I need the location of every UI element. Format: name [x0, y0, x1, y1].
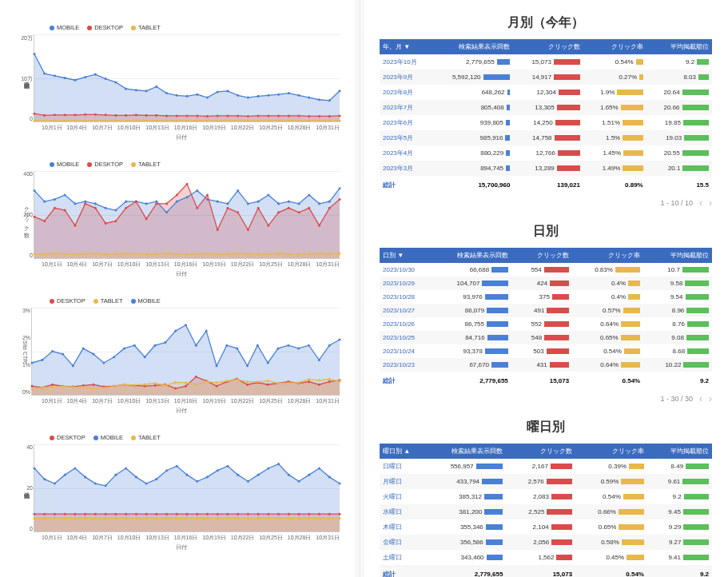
- svg-point-216: [339, 338, 341, 340]
- svg-point-119: [298, 202, 300, 205]
- svg-point-238: [246, 384, 249, 386]
- table-row[interactable]: 2023年8月 648,262 12,304 1.9% 20.64: [380, 85, 712, 100]
- svg-point-340: [339, 513, 341, 515]
- table-row[interactable]: 土曜日 343,460 1,562 0.45% 9.41: [380, 550, 712, 565]
- svg-point-267: [225, 380, 228, 382]
- svg-point-273: [287, 382, 289, 384]
- col-header[interactable]: 平均掲載順位: [643, 248, 712, 263]
- svg-point-294: [186, 474, 189, 476]
- svg-point-28: [318, 98, 320, 101]
- table-row[interactable]: 火曜日 385,312 2,083 0.54% 9.2: [380, 489, 712, 504]
- svg-point-309: [339, 483, 341, 485]
- svg-point-11: [145, 90, 148, 92]
- svg-point-250: [51, 386, 54, 388]
- col-header[interactable]: クリック数: [511, 248, 572, 263]
- table-row[interactable]: 2023年9月 5,592,120 14,917 0.27% 8.03: [380, 70, 712, 85]
- col-header[interactable]: 年、月 ▼: [380, 39, 432, 54]
- col-header[interactable]: 検索結果表示回数: [432, 39, 514, 54]
- svg-point-32: [43, 114, 46, 117]
- svg-point-321: [145, 513, 148, 515]
- table-row[interactable]: 2023年6月 939,805 14,250 1.51% 19.85: [380, 115, 712, 130]
- col-header[interactable]: 検索結果表示回数: [426, 444, 507, 459]
- table-row[interactable]: 2023/10/29 104,707 424 0.4% 9.58: [380, 277, 712, 290]
- svg-point-252: [72, 386, 74, 388]
- svg-point-81: [226, 119, 229, 121]
- svg-point-356: [186, 517, 189, 519]
- svg-point-84: [257, 119, 260, 121]
- chart-position: DESKTOPMOBILETABLET 平均掲載順位40200 10月1日10月…: [22, 434, 340, 551]
- chart-impressions: MOBILEDESKTOPTABLET 検索結果表示回数20万10万0 10月1…: [22, 24, 340, 141]
- svg-point-315: [84, 513, 86, 515]
- svg-point-284: [84, 476, 86, 478]
- col-header[interactable]: 曜日別 ▲: [380, 444, 426, 459]
- svg-point-16: [196, 94, 198, 96]
- totals-row: 総計2,779,65515,0730.54%9.2: [380, 372, 712, 388]
- next-page-icon[interactable]: ›: [709, 197, 712, 209]
- col-header[interactable]: 平均掲載順位: [647, 444, 712, 459]
- table-row[interactable]: 2023年5月 985,916 14,758 1.5% 19.03: [380, 130, 712, 145]
- svg-point-184: [328, 253, 331, 255]
- svg-point-117: [277, 202, 280, 205]
- col-header[interactable]: クリック数: [506, 444, 575, 459]
- table-row[interactable]: 2023/10/27 86,079 491 0.57% 8.96: [380, 304, 712, 317]
- table-row[interactable]: 2023年10月 2,779,655 15,073 0.54% 9.2: [380, 54, 712, 70]
- col-header[interactable]: 日別 ▼: [380, 248, 432, 263]
- next-page-icon[interactable]: ›: [709, 393, 712, 404]
- svg-point-116: [267, 193, 269, 196]
- svg-point-183: [318, 252, 320, 254]
- svg-point-297: [217, 469, 219, 472]
- svg-point-37: [94, 113, 97, 116]
- table-row[interactable]: 2023/10/28 93,976 375 0.4% 9.54: [380, 290, 712, 304]
- svg-point-9: [125, 88, 127, 90]
- svg-point-333: [267, 513, 269, 515]
- svg-point-120: [308, 193, 310, 196]
- svg-point-102: [125, 201, 127, 203]
- svg-point-275: [308, 378, 310, 380]
- col-header[interactable]: 平均掲載順位: [646, 39, 712, 54]
- prev-page-icon[interactable]: ‹: [699, 197, 702, 209]
- table-row[interactable]: 2023/10/26 86,755 552 0.64% 8.76: [380, 317, 712, 331]
- svg-point-301: [257, 474, 260, 476]
- table-row[interactable]: 水曜日 381,200 2,525 0.66% 9.45: [380, 504, 712, 519]
- table-row[interactable]: 2023年3月 894,745 13,289 1.49% 20.1: [380, 161, 712, 176]
- totals-row: 総計15,700,960139,0210.89%15.5: [380, 176, 712, 193]
- svg-point-23: [267, 94, 269, 97]
- col-header[interactable]: クリック率: [572, 248, 643, 263]
- prev-page-icon[interactable]: ‹: [699, 393, 702, 404]
- col-header[interactable]: 検索結果表示回数: [432, 248, 511, 263]
- table-row[interactable]: 月曜日 433,794 2,576 0.59% 9.61: [380, 474, 712, 489]
- svg-point-200: [174, 330, 177, 332]
- svg-point-346: [84, 517, 86, 519]
- table-row[interactable]: 2023/10/23 67,670 431 0.64% 10.22: [380, 358, 712, 372]
- svg-point-154: [339, 198, 341, 201]
- col-header[interactable]: クリック数: [513, 39, 583, 54]
- table-row[interactable]: 金曜日 356,586 2,056 0.58% 9.27: [380, 535, 712, 550]
- table-row[interactable]: 木曜日 355,346 2,104 0.65% 9.29: [380, 519, 712, 535]
- table-row[interactable]: 2023年7月 805,408 13,305 1.65% 20.66: [380, 100, 712, 115]
- svg-point-354: [165, 517, 168, 519]
- svg-point-212: [297, 347, 300, 349]
- svg-point-176: [247, 253, 249, 255]
- svg-point-265: [205, 380, 208, 383]
- svg-point-35: [74, 113, 76, 116]
- table-row[interactable]: 日曜日 556,957 2,167 0.39% 8.49: [380, 459, 712, 474]
- svg-point-336: [298, 513, 300, 515]
- svg-point-12: [155, 86, 157, 88]
- svg-point-136: [155, 202, 157, 205]
- svg-point-276: [318, 379, 320, 381]
- svg-point-8: [114, 81, 117, 83]
- svg-point-349: [114, 517, 117, 519]
- table-row[interactable]: 2023/10/30 66,688 554 0.83% 10.7: [380, 263, 712, 277]
- svg-point-61: [339, 114, 341, 117]
- table-row[interactable]: 2023/10/24 93,378 503 0.54% 8.68: [380, 344, 712, 358]
- svg-point-261: [164, 384, 166, 387]
- col-header[interactable]: クリック率: [583, 39, 646, 54]
- svg-point-365: [277, 517, 280, 519]
- col-header[interactable]: クリック率: [575, 444, 647, 459]
- svg-point-19: [226, 90, 229, 92]
- svg-point-219: [51, 384, 54, 386]
- table-row[interactable]: 2023年4月 880,229 12,766 1.45% 20.55: [380, 145, 712, 161]
- svg-point-201: [185, 324, 187, 326]
- svg-point-87: [288, 119, 290, 121]
- table-row[interactable]: 2023/10/25 84,716 548 0.65% 9.08: [380, 331, 712, 344]
